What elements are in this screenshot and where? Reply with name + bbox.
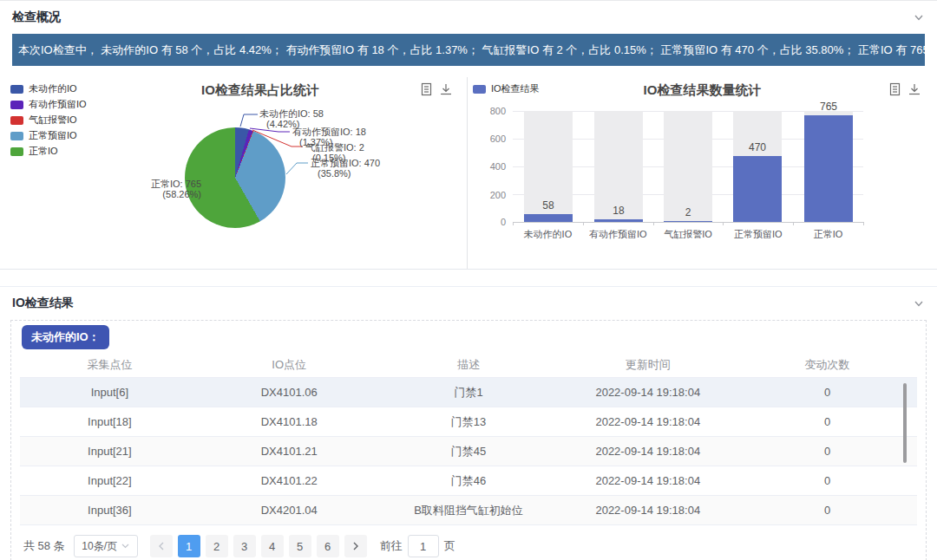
- bar-正常预留IO[interactable]: 470: [733, 111, 782, 222]
- prev-page-button[interactable]: [150, 535, 173, 557]
- chevron-down-icon: [913, 298, 925, 309]
- x-axis-label: 有动作预留IO: [583, 228, 653, 241]
- page-button-1[interactable]: 1: [178, 535, 200, 557]
- filter-badge: 未动作的IO：: [22, 325, 109, 349]
- overview-section: 检查概况 本次IO检查中， 未动作的IO 有 58 个，占比 4.42%； 有动…: [0, 0, 937, 270]
- legend-label: 未动作的IO: [29, 82, 77, 95]
- column-header: IO点位: [200, 357, 379, 373]
- page-button-5[interactable]: 5: [289, 535, 311, 557]
- chevron-down-icon: [121, 544, 129, 549]
- collapse-overview-button[interactable]: [913, 12, 925, 23]
- legend-swatch: [473, 85, 486, 94]
- legend-swatch: [10, 132, 23, 140]
- x-axis-label: 未动作的IO: [513, 228, 583, 241]
- overview-header: 检查概况: [0, 1, 937, 32]
- overview-title: 检查概况: [12, 10, 61, 25]
- bar-legend: IO检查结果: [473, 84, 540, 94]
- legend-label: 正常预留IO: [29, 129, 77, 142]
- pie-chart[interactable]: [185, 127, 285, 228]
- page-size-value: 10条/页: [82, 539, 117, 554]
- summary-banner: 本次IO检查中， 未动作的IO 有 58 个，占比 4.42%； 有动作预留IO…: [12, 34, 925, 66]
- table-row: Input[22]DX4101.22 门禁462022-09-14 19:18:…: [20, 466, 917, 496]
- charts-row: IO检查结果占比统计 未动作的IO 有动作预留IO 气缸报警IO 正常预留IO …: [0, 77, 937, 270]
- pie-chart-panel: IO检查结果占比统计 未动作的IO 有动作预留IO 气缸报警IO 正常预留IO …: [0, 77, 468, 269]
- legend-item[interactable]: 有动作预留IO: [10, 100, 87, 109]
- page-button-4[interactable]: 4: [261, 535, 284, 557]
- legend-label: 正常IO: [29, 145, 58, 158]
- results-title: IO检查结果: [12, 296, 74, 311]
- column-header: 采集点位: [20, 357, 200, 373]
- legend-item[interactable]: IO检查结果: [473, 84, 540, 94]
- legend-label: IO检查结果: [491, 82, 540, 95]
- bar-chart-panel: IO检查结果数量统计 IO检查结果: [468, 77, 937, 269]
- page-size-select[interactable]: 10条/页: [74, 535, 138, 557]
- pagination-total: 共 58 条: [23, 538, 65, 554]
- table-row: Input[18]DX4101.18 门禁132022-09-14 19:18:…: [20, 407, 917, 437]
- results-header: IO检查结果: [0, 287, 937, 318]
- legend-swatch: [10, 101, 23, 109]
- bar-未动作的IO[interactable]: 58: [524, 111, 573, 222]
- legend-item[interactable]: 正常预留IO: [10, 131, 87, 140]
- bar-value-label: 765: [794, 101, 863, 113]
- bar-value-label: 470: [723, 141, 792, 153]
- pie-label: 正常IO: 765(58.26%): [151, 179, 201, 199]
- chart-toolbox: [888, 82, 921, 96]
- table-row: Input[21]DX4101.21 门禁452022-09-14 19:18:…: [20, 437, 917, 466]
- bar-value-label: 2: [653, 206, 723, 218]
- bar-plot-area: 800 600 400 200 0 58 18 2 470: [513, 111, 863, 223]
- chevron-right-icon: [352, 542, 359, 550]
- bar-正常IO[interactable]: 765: [804, 111, 853, 222]
- y-axis-tick: 600: [473, 133, 506, 144]
- download-icon[interactable]: [439, 82, 453, 96]
- legend-swatch: [10, 85, 23, 94]
- legend-swatch: [10, 116, 23, 125]
- results-body: 未动作的IO： 采集点位 IO点位 描述 更新时间 变动次数 Input[6]D…: [10, 320, 927, 560]
- results-section: IO检查结果 未动作的IO： 采集点位 IO点位 描述 更新时间 变动次数 In…: [0, 286, 937, 560]
- bar-value-label: 58: [514, 199, 583, 212]
- x-axis-label: 气缸报警IO: [653, 228, 724, 241]
- y-axis-tick: 800: [473, 106, 506, 116]
- legend-label: 气缸报警IO: [29, 114, 77, 127]
- y-axis-tick: 0: [473, 217, 506, 227]
- goto-page-input[interactable]: [408, 535, 439, 557]
- pie-chart-title: IO检查结果占比统计: [78, 82, 442, 99]
- next-page-button[interactable]: [344, 535, 367, 557]
- page-button-2[interactable]: 2: [206, 535, 228, 557]
- chevron-down-icon: [913, 12, 925, 23]
- legend-item[interactable]: 正常IO: [10, 147, 87, 156]
- bar-气缸报警IO[interactable]: 2: [664, 111, 712, 222]
- legend-swatch: [10, 147, 23, 156]
- chevron-left-icon: [158, 542, 165, 550]
- table-row: Input[36]DX4201.04 B取料阻挡气缸初始位2022-09-14 …: [20, 496, 917, 525]
- bar-value-label: 18: [584, 205, 653, 217]
- column-header: 变动次数: [737, 357, 917, 373]
- pagination: 共 58 条 10条/页 1 2 3 4 5 6: [20, 525, 917, 559]
- x-axis-label: 正常IO: [793, 228, 863, 241]
- collapse-results-button[interactable]: [913, 298, 925, 309]
- page-button-3[interactable]: 3: [233, 535, 256, 557]
- y-axis-tick: 200: [473, 190, 506, 200]
- y-axis-tick: 400: [473, 161, 506, 172]
- data-view-icon[interactable]: [420, 82, 433, 96]
- goto-suffix: 页: [444, 538, 455, 554]
- goto-page: 前往 页: [380, 535, 455, 557]
- legend-label: 有动作预留IO: [29, 98, 87, 111]
- column-header: 更新时间: [558, 357, 737, 373]
- data-view-icon[interactable]: [888, 82, 901, 96]
- download-icon[interactable]: [908, 82, 921, 96]
- results-table: 采集点位 IO点位 描述 更新时间 变动次数 Input[6]DX4101.06…: [20, 352, 917, 525]
- table-row: Input[6]DX4101.06 门禁12022-09-14 19:18:04…: [20, 378, 917, 407]
- goto-label: 前往: [380, 538, 403, 554]
- pie-label: 正常预留IO: 470(35.8%): [311, 158, 380, 179]
- bar-有动作预留IO[interactable]: 18: [594, 111, 643, 222]
- column-header: 描述: [379, 357, 559, 373]
- pie-legend: 未动作的IO 有动作预留IO 气缸报警IO 正常预留IO 正常IO: [10, 84, 87, 156]
- x-axis-label: 正常预留IO: [723, 228, 793, 241]
- legend-item[interactable]: 气缸报警IO: [10, 115, 87, 125]
- section-gap: [0, 270, 937, 286]
- page-button-6[interactable]: 6: [317, 535, 339, 557]
- table-header-row: 采集点位 IO点位 描述 更新时间 变动次数: [20, 352, 917, 378]
- chart-toolbox: [420, 82, 453, 96]
- legend-item[interactable]: 未动作的IO: [10, 84, 87, 94]
- table-scrollbar-thumb[interactable]: [903, 383, 907, 463]
